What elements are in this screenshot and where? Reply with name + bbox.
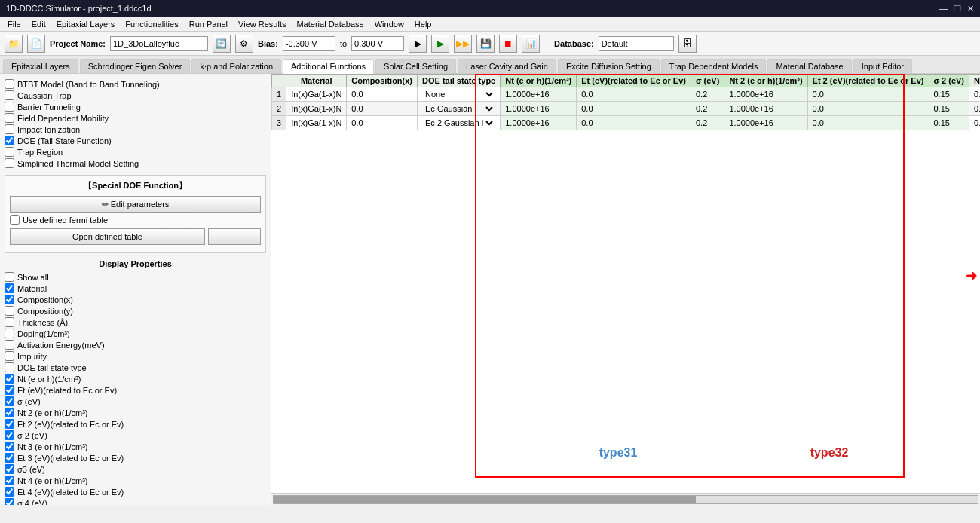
minimize-btn[interactable]: —: [939, 4, 948, 14]
cb-et3[interactable]: Et 3 (eV)(related to Ec or Ev): [5, 452, 266, 463]
cb-et2[interactable]: Et 2 (eV)(related to Ec or Ev): [5, 418, 266, 430]
run2-icon[interactable]: ▶▶: [454, 35, 472, 53]
menu-item-run-panel[interactable]: Run Panel: [185, 19, 232, 29]
doe-select-1[interactable]: None Ec Gaussian Ec 2 Gaussian levels: [422, 89, 495, 99]
new-icon[interactable]: 📄: [27, 35, 45, 53]
tab-kp[interactable]: k·p and Polarization: [191, 59, 281, 73]
checkbox-impact[interactable]: Impact Ionization: [5, 124, 266, 135]
cb-thickness-input[interactable]: [5, 317, 14, 327]
tab-schrodinger[interactable]: Schrodinger Eigen Solver: [80, 59, 191, 73]
tab-excite[interactable]: Excite Diffusion Setting: [558, 59, 660, 73]
menu-item-window[interactable]: Window: [370, 19, 409, 29]
cb-doe-tail[interactable]: DOE tail state type: [5, 362, 266, 373]
close-btn[interactable]: ✕: [967, 4, 974, 14]
cb-et2-input[interactable]: [5, 419, 14, 429]
cb-show-all-input[interactable]: [5, 272, 14, 282]
folder-icon[interactable]: 📁: [5, 35, 23, 53]
bias-to-input[interactable]: [351, 36, 404, 51]
checkbox-trap-region-input[interactable]: [5, 147, 14, 157]
database-icon[interactable]: 🗄: [678, 35, 697, 53]
cb-activation[interactable]: Activation Energy(meV): [5, 339, 266, 350]
use-fermi-checkbox[interactable]: Use defined fermi table: [10, 214, 261, 225]
horizontal-scrollbar[interactable]: [271, 493, 980, 505]
cb-et4[interactable]: Et 4 (eV)(related to Ec or Ev): [5, 486, 266, 497]
menu-item-material-database[interactable]: Material Database: [292, 19, 368, 29]
menu-item-epitaxial-layers[interactable]: Epitaxial Layers: [52, 19, 120, 29]
scrollbar-thumb[interactable]: [274, 496, 696, 503]
menu-item-edit[interactable]: Edit: [27, 19, 51, 29]
refresh-icon[interactable]: 🔄: [213, 35, 231, 53]
bias-arrow-icon[interactable]: ▶: [409, 35, 427, 53]
cb-nt3[interactable]: Nt 3 (e or h)(1/cm³): [5, 441, 266, 452]
checkbox-impact-input[interactable]: [5, 124, 14, 134]
cb-sigma3[interactable]: σ3 (eV): [5, 463, 266, 475]
cb-composition-x[interactable]: Composition(x): [5, 294, 266, 305]
cb-sigma3-input[interactable]: [5, 464, 14, 474]
cb-nt2[interactable]: Nt 2 (e or h)(1/cm³): [5, 407, 266, 418]
cb-et3-input[interactable]: [5, 453, 14, 463]
checkbox-thermal[interactable]: Simplified Thermal Model Setting: [5, 158, 266, 169]
bias-from-input[interactable]: [283, 36, 335, 51]
tab-input-editor[interactable]: Input Editor: [853, 59, 912, 73]
open-table-btn[interactable]: Open defined table: [10, 228, 205, 245]
extra-btn[interactable]: [208, 228, 261, 245]
cb-et1[interactable]: Et (eV)(related to Ec or Ev): [5, 384, 266, 396]
cb-composition-x-input[interactable]: [5, 295, 14, 304]
checkbox-trap-region[interactable]: Trap Region: [5, 146, 266, 158]
tab-epitaxial-layers[interactable]: Epitaxial Layers: [3, 59, 78, 73]
cb-thickness[interactable]: Thickness (Å): [5, 317, 266, 328]
doe-select-3[interactable]: None Ec Gaussian Ec 2 Gaussian levels: [422, 118, 495, 128]
checkbox-thermal-input[interactable]: [5, 158, 14, 168]
cb-sigma4[interactable]: σ 4 (eV): [5, 497, 266, 505]
checkbox-doe-input[interactable]: [5, 136, 14, 145]
tab-additional[interactable]: Additional Functions: [283, 59, 374, 74]
checkbox-btbt[interactable]: BTBT Model (Band to Band Tunneling): [5, 78, 266, 90]
checkbox-gaussian-trap[interactable]: Gaussian Trap: [5, 90, 266, 101]
scrollbar-track[interactable]: [273, 495, 978, 504]
cb-impurity[interactable]: Impurity: [5, 350, 266, 362]
maximize-btn[interactable]: ❐: [954, 4, 961, 14]
cb-nt1-input[interactable]: [5, 374, 14, 384]
tab-trap[interactable]: Trap Dependent Models: [661, 59, 767, 73]
project-name-input[interactable]: [110, 36, 208, 51]
cell-doe-1[interactable]: None Ec Gaussian Ec 2 Gaussian levels: [418, 87, 501, 102]
run-icon[interactable]: ▶: [431, 35, 449, 53]
edit-parameters-btn[interactable]: ✏ Edit parameters: [10, 196, 261, 213]
settings-icon[interactable]: ⚙: [235, 35, 253, 53]
menu-item-functionalities[interactable]: Functionalities: [121, 19, 182, 29]
cb-nt4[interactable]: Nt 4 (e or h)(1/cm³): [5, 475, 266, 486]
cb-composition-y[interactable]: Composition(y): [5, 305, 266, 317]
cb-nt4-input[interactable]: [5, 476, 14, 485]
cb-nt2-input[interactable]: [5, 408, 14, 417]
cb-sigma4-input[interactable]: [5, 498, 14, 505]
cb-sigma1-input[interactable]: [5, 396, 14, 406]
cb-sigma2-input[interactable]: [5, 430, 14, 440]
cell-doe-3[interactable]: None Ec Gaussian Ec 2 Gaussian levels: [418, 116, 501, 130]
tab-material-db[interactable]: Material Database: [767, 59, 851, 73]
cb-doping[interactable]: Doping(1/cm³): [5, 328, 266, 339]
doe-select-2[interactable]: None Ec Gaussian Ec 2 Gaussian levels: [422, 103, 495, 114]
window-controls[interactable]: — ❐ ✕: [939, 4, 974, 14]
database-input[interactable]: [599, 36, 674, 51]
checkbox-barrier-input[interactable]: [5, 102, 14, 112]
save-icon[interactable]: 💾: [476, 35, 495, 53]
cb-material-input[interactable]: [5, 283, 14, 293]
stop-icon[interactable]: ⏹: [499, 35, 517, 53]
menu-item-help[interactable]: Help: [410, 19, 436, 29]
cb-doe-tail-input[interactable]: [5, 362, 14, 372]
menu-item-view-results[interactable]: View Results: [234, 19, 290, 29]
cb-activation-input[interactable]: [5, 340, 14, 350]
checkbox-field-mobility[interactable]: Field Dependent Mobility: [5, 112, 266, 124]
chart-icon[interactable]: 📊: [522, 35, 540, 53]
cb-nt1[interactable]: Nt (e or h)(1/cm³): [5, 373, 266, 384]
menu-item-file[interactable]: File: [3, 19, 26, 29]
cell-doe-2[interactable]: None Ec Gaussian Ec 2 Gaussian levels: [418, 102, 501, 116]
cb-nt3-input[interactable]: [5, 442, 14, 451]
cb-show-all[interactable]: Show all: [5, 271, 266, 283]
cb-sigma1[interactable]: σ (eV): [5, 396, 266, 407]
use-fermi-input[interactable]: [10, 215, 20, 225]
checkbox-gaussian-trap-input[interactable]: [5, 90, 14, 100]
cb-doping-input[interactable]: [5, 329, 14, 338]
cb-material[interactable]: Material: [5, 283, 266, 294]
checkbox-field-mobility-input[interactable]: [5, 113, 14, 123]
